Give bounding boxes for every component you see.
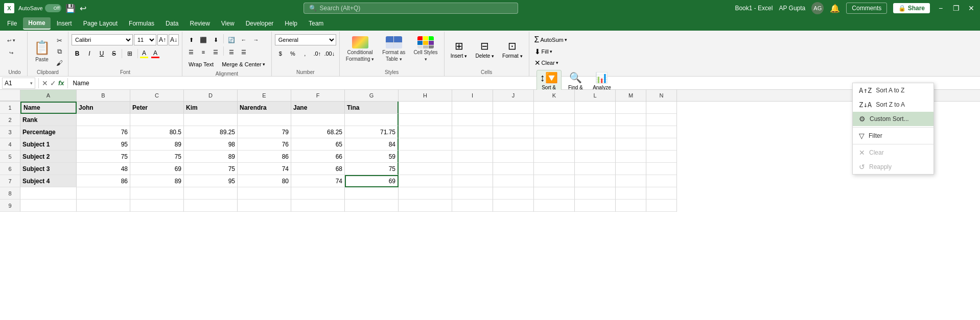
autosave-pill[interactable] <box>45 4 61 12</box>
font-size-select[interactable]: 11 <box>134 34 156 45</box>
underline-button[interactable]: U <box>96 48 107 59</box>
cell-i5[interactable] <box>452 151 493 163</box>
cell-i3[interactable] <box>452 126 493 138</box>
cell-d3[interactable]: 89.25 <box>184 126 238 138</box>
formula-confirm-icon[interactable]: ✓ <box>50 79 56 87</box>
menu-team[interactable]: Team <box>304 18 329 29</box>
cell-d4[interactable]: 98 <box>184 138 238 151</box>
fill-button[interactable]: ⬇ Fill ▾ <box>532 46 569 57</box>
restore-button[interactable]: ❐ <box>951 4 961 13</box>
cell-g2[interactable] <box>345 114 399 126</box>
cell-b5[interactable]: 75 <box>77 151 130 163</box>
align-middle-button[interactable]: ⬛ <box>198 34 209 45</box>
cell-d5[interactable]: 89 <box>184 151 238 163</box>
align-left-button[interactable]: ☰ <box>185 46 197 58</box>
cell-n3[interactable] <box>646 126 677 138</box>
cell-n4[interactable] <box>646 138 677 151</box>
indent-increase-button[interactable]: → <box>250 34 262 45</box>
cell-m4[interactable] <box>616 138 646 151</box>
cell-h7[interactable] <box>399 175 452 187</box>
currency-button[interactable]: $ <box>275 48 286 59</box>
cell-e7[interactable]: 80 <box>238 175 291 187</box>
format-painter-button[interactable]: 🖌 <box>54 58 65 68</box>
cell-h3[interactable] <box>399 126 452 138</box>
menu-page-layout[interactable]: Page Layout <box>78 18 123 29</box>
cell-b7[interactable]: 86 <box>77 175 130 187</box>
border-button[interactable]: ⊞ <box>124 48 135 59</box>
format-as-table-button[interactable]: Format as Table ▾ <box>379 35 408 63</box>
cell-g3[interactable]: 71.75 <box>345 126 399 138</box>
cell-d7[interactable]: 95 <box>184 175 238 187</box>
row-header-6[interactable]: 6 <box>0 163 20 175</box>
col-header-h[interactable]: H <box>399 90 452 101</box>
col-header-l[interactable]: L <box>575 90 616 101</box>
align-center-button[interactable]: ≡ <box>198 46 209 58</box>
custom-sort-item[interactable]: ⚙ Custom Sort... <box>853 112 934 126</box>
formula-input[interactable] <box>71 78 978 89</box>
menu-review[interactable]: Review <box>184 18 215 29</box>
cell-a5[interactable]: Subject 2 <box>20 151 77 163</box>
cell-d8[interactable] <box>184 187 238 200</box>
cell-j7[interactable] <box>493 175 534 187</box>
cell-f3[interactable]: 68.25 <box>291 126 345 138</box>
insert-button[interactable]: ⊞ Insert ▾ <box>448 35 471 63</box>
increase-decimal-button[interactable]: .0↑ <box>312 48 323 59</box>
formula-cancel-icon[interactable]: ✕ <box>42 79 48 87</box>
cell-l7[interactable] <box>575 175 616 187</box>
cell-l3[interactable] <box>575 126 616 138</box>
cell-h4[interactable] <box>399 138 452 151</box>
cell-j1[interactable] <box>493 102 534 114</box>
cell-i2[interactable] <box>452 114 493 126</box>
autosum-button[interactable]: Σ AutoSum ▾ <box>532 34 569 45</box>
cell-b2[interactable] <box>77 114 130 126</box>
search-box[interactable]: 🔍 Search (Alt+Q) <box>304 3 518 14</box>
menu-insert[interactable]: Insert <box>52 18 77 29</box>
decrease-decimal-button[interactable]: .00↓ <box>324 48 335 59</box>
col-header-k[interactable]: K <box>534 90 575 101</box>
align-fill-button[interactable]: ☰ <box>238 46 249 58</box>
cell-f2[interactable] <box>291 114 345 126</box>
cell-e6[interactable]: 74 <box>238 163 291 175</box>
cell-h2[interactable] <box>399 114 452 126</box>
italic-button[interactable]: I <box>84 48 95 59</box>
row-header-3[interactable]: 3 <box>0 126 20 138</box>
delete-button[interactable]: ⊟ Delete ▾ <box>472 35 497 63</box>
cell-i1[interactable] <box>452 102 493 114</box>
cell-c1[interactable]: Peter <box>130 102 184 114</box>
cell-j5[interactable] <box>493 151 534 163</box>
cut-button[interactable]: ✂ <box>54 35 65 45</box>
cell-e2[interactable] <box>238 114 291 126</box>
undo-button[interactable]: ↩ ▾ <box>5 35 17 46</box>
col-header-c[interactable]: C <box>130 90 184 101</box>
font-family-select[interactable]: Calibri <box>72 34 133 45</box>
cell-e1[interactable]: Narendra <box>238 102 291 114</box>
cell-h6[interactable] <box>399 163 452 175</box>
cell-f7[interactable]: 74 <box>291 175 345 187</box>
cell-n8[interactable] <box>646 187 677 200</box>
cell-styles-button[interactable]: Cell Styles ▾ <box>410 35 440 63</box>
cell-m6[interactable] <box>616 163 646 175</box>
cell-n1[interactable] <box>646 102 677 114</box>
cell-k1[interactable] <box>534 102 575 114</box>
col-header-n[interactable]: N <box>646 90 677 101</box>
cell-b4[interactable]: 95 <box>77 138 130 151</box>
cell-c6[interactable]: 69 <box>130 163 184 175</box>
cell-a1[interactable]: Name <box>20 102 77 114</box>
cell-k2[interactable] <box>534 114 575 126</box>
cell-c8[interactable] <box>130 187 184 200</box>
autosave-toggle[interactable]: AutoSave <box>18 4 61 12</box>
cell-g6[interactable]: 75 <box>345 163 399 175</box>
cell-d1[interactable]: Kim <box>184 102 238 114</box>
cell-e4[interactable]: 76 <box>238 138 291 151</box>
col-header-g[interactable]: G <box>345 90 399 101</box>
cell-b1[interactable]: John <box>77 102 130 114</box>
menu-help[interactable]: Help <box>279 18 302 29</box>
cell-g1[interactable]: Tina <box>345 102 399 114</box>
align-right-button[interactable]: ☰ <box>210 46 221 58</box>
cell-j2[interactable] <box>493 114 534 126</box>
redo-button[interactable]: ↪ <box>7 47 15 58</box>
cell-e8[interactable] <box>238 187 291 200</box>
cell-a6[interactable]: Subject 3 <box>20 163 77 175</box>
cell-j6[interactable] <box>493 163 534 175</box>
cell-l6[interactable] <box>575 163 616 175</box>
